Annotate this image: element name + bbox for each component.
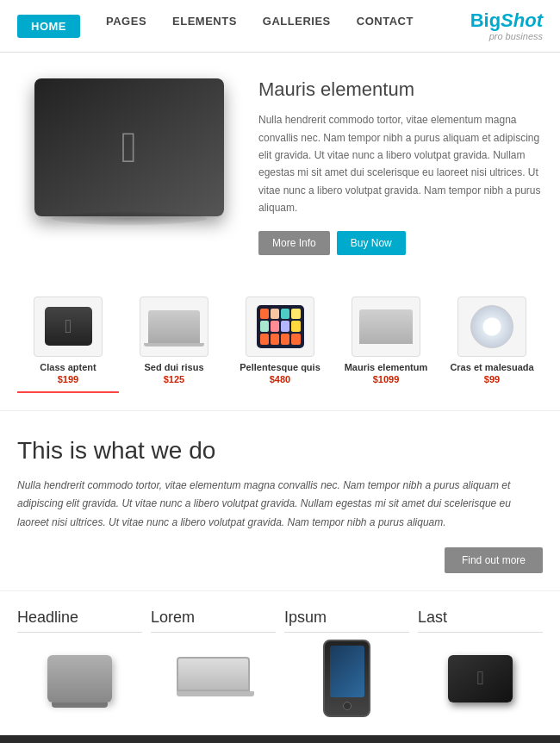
- thumb-price-1: $199: [21, 374, 115, 384]
- showcase-item-2: Lorem: [151, 609, 276, 717]
- showcase-title-1: Headline: [17, 609, 142, 633]
- apple-logo-icon: : [121, 122, 137, 172]
- thumb-price-5: $99: [445, 374, 539, 384]
- what-we-do-section: This is what we do Nulla hendrerit commo…: [0, 411, 560, 592]
- hero-description: Nulla hendrerit commodo tortor, vitae el…: [258, 111, 543, 216]
- thumb-img-3: [246, 297, 314, 357]
- buy-now-button[interactable]: Buy Now: [337, 231, 406, 255]
- disc-icon: [470, 305, 513, 348]
- thumb-name-3: Pellentesque quis: [233, 362, 327, 372]
- product-thumb-2[interactable]: Sed dui risus $125: [123, 290, 225, 393]
- thumb-img-4: [352, 297, 420, 357]
- thumb-price-2: $125: [127, 374, 221, 384]
- macbook-icon: [148, 310, 200, 343]
- iphone-sm-icon: [323, 640, 370, 717]
- macbook-sm-icon: [177, 657, 250, 700]
- showcase-title-2: Lorem: [151, 609, 276, 633]
- hero-buttons: More Info Buy Now: [258, 231, 543, 255]
- product-thumb-3[interactable]: Pellentesque quis $480: [229, 290, 331, 393]
- showcase-img-3: [284, 640, 409, 717]
- nav-pages[interactable]: PAGES: [106, 15, 146, 38]
- thumb-img-1: : [34, 297, 103, 357]
- nav-galleries[interactable]: GALLERIES: [263, 15, 331, 38]
- thumb-name-4: Mauris elementum: [339, 362, 433, 372]
- logo-name: BigShot: [470, 10, 543, 31]
- thumb-name-2: Sed dui risus: [127, 362, 221, 372]
- macbook-air-icon: [359, 309, 413, 344]
- showcase-title-4: Last: [418, 609, 543, 633]
- logo-tagline: pro business: [470, 31, 543, 41]
- thumb-img-5: [457, 297, 526, 357]
- showcase-item-3: Ipsum: [284, 609, 409, 717]
- find-out-more-button[interactable]: Find out more: [445, 547, 543, 573]
- hero-text-area: Mauris elementum Nulla hendrerit commodo…: [258, 78, 543, 254]
- more-info-button[interactable]: More Info: [258, 231, 330, 255]
- hero-product-image: : [17, 78, 241, 216]
- apple-logo-small-icon: : [476, 667, 483, 690]
- showcase-img-4: : [418, 640, 543, 717]
- product-thumb-1[interactable]:  Class aptent $199: [17, 290, 119, 393]
- site-logo: BigShot pro business: [470, 10, 543, 41]
- showcase-title-3: Ipsum: [284, 609, 409, 633]
- section-text: Nulla hendrerit commodo tortor, vitae el…: [17, 477, 543, 533]
- showcase-item-1: Headline: [17, 609, 142, 717]
- hero-section:  Mauris elementum Nulla hendrerit commo…: [0, 53, 560, 280]
- iphone-grid-icon: [257, 305, 304, 348]
- footer: Useful Links Lorem Ipsum Ellem Ciet Curr…: [0, 735, 560, 743]
- product-thumb-4[interactable]: Mauris elementum $1099: [335, 290, 437, 393]
- nav-elements[interactable]: ELEMENTS: [172, 15, 237, 38]
- showcase-item-4: Last : [418, 609, 543, 717]
- nav-contact[interactable]: CONTACT: [357, 15, 414, 38]
- nav-links: HOME PAGES ELEMENTS GALLERIES CONTACT: [17, 15, 470, 38]
- showcase-img-1: [17, 640, 142, 717]
- nav-home[interactable]: HOME: [17, 15, 80, 38]
- navigation: HOME PAGES ELEMENTS GALLERIES CONTACT Bi…: [0, 0, 560, 53]
- section-title: This is what we do: [17, 437, 543, 465]
- product-thumbnails:  Class aptent $199 Sed dui risus $125 P…: [0, 281, 560, 411]
- mac-mini-icon: : [45, 307, 92, 346]
- thumb-price-4: $1099: [339, 374, 433, 384]
- product-main-image: : [34, 78, 224, 216]
- thumb-name-1: Class aptent: [21, 362, 115, 372]
- iphone-home-button: [343, 702, 352, 710]
- macbook-base: [177, 691, 254, 696]
- iphone-screen: [330, 646, 364, 697]
- thumb-name-5: Cras et malesuada: [445, 362, 539, 372]
- showcase-img-2: [151, 640, 276, 717]
- macbook-screen: [177, 657, 250, 691]
- hero-title: Mauris elementum: [258, 78, 543, 101]
- mac-black-icon: : [448, 655, 513, 702]
- thumb-price-3: $480: [233, 374, 327, 384]
- thumb-img-2: [140, 297, 208, 357]
- showcase-section: Headline Lorem Ipsum Last : [0, 591, 560, 735]
- product-thumb-5[interactable]: Cras et malesuada $99: [441, 290, 543, 393]
- mac-mini-silver-icon: [47, 655, 112, 702]
